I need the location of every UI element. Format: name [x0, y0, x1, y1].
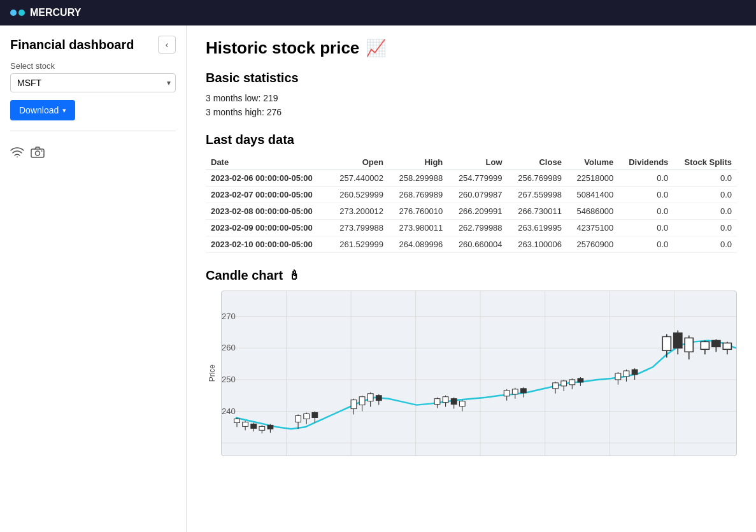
- cell-value: 0.0: [618, 203, 673, 220]
- svg-rect-81: [712, 340, 720, 347]
- cell-date: 2023-02-06 00:00:00-05:00: [206, 170, 329, 187]
- svg-rect-35: [312, 413, 318, 418]
- candle-title-text: Candle chart: [206, 268, 283, 283]
- svg-rect-47: [443, 397, 448, 403]
- svg-rect-25: [251, 424, 257, 428]
- cell-value: 42375100: [567, 220, 618, 236]
- svg-text:260: 260: [222, 344, 236, 352]
- collapse-button[interactable]: ‹: [158, 36, 176, 54]
- select-label: Select stock: [10, 61, 176, 71]
- table-row: 2023-02-09 00:00:00-05:00273.799988273.9…: [206, 220, 737, 236]
- cell-value: 263.619995: [508, 220, 567, 236]
- col-dividends: Dividends: [618, 155, 673, 170]
- cell-value: 0.0: [673, 187, 737, 203]
- svg-rect-69: [624, 371, 629, 377]
- cell-value: 0.0: [618, 220, 673, 236]
- cell-value: 261.529999: [329, 236, 389, 253]
- wifi-icon: [10, 147, 24, 161]
- svg-rect-61: [561, 381, 567, 386]
- svg-rect-49: [451, 399, 457, 405]
- svg-point-3: [41, 150, 43, 152]
- cell-date: 2023-02-09 00:00:00-05:00: [206, 220, 329, 236]
- cell-value: 54686000: [567, 203, 618, 220]
- cell-value: 263.100006: [508, 236, 567, 253]
- dropdown-caret-icon: ▾: [62, 106, 66, 115]
- sidebar-icons: [10, 147, 176, 161]
- col-open: Open: [329, 155, 389, 170]
- cell-value: 267.559998: [508, 187, 567, 203]
- y-axis-label: Price: [206, 291, 218, 456]
- basic-statistics-section: Basic statistics 3 months low: 219 3 mon…: [206, 71, 737, 117]
- svg-rect-41: [367, 394, 373, 401]
- cell-value: 258.299988: [389, 170, 448, 187]
- col-low: Low: [448, 155, 507, 170]
- stock-select[interactable]: MSFT AAPL GOOG AMZN: [10, 73, 176, 92]
- cell-date: 2023-02-07 00:00:00-05:00: [206, 187, 329, 203]
- cell-value: 257.440002: [329, 170, 389, 187]
- svg-rect-75: [674, 333, 682, 348]
- cell-value: 0.0: [673, 203, 737, 220]
- svg-rect-67: [615, 373, 621, 380]
- chevron-left-icon: ‹: [166, 40, 169, 50]
- last-days-section: Last days data Date Open High Low Close …: [206, 133, 737, 253]
- svg-rect-45: [434, 399, 440, 405]
- cell-value: 254.779999: [448, 170, 507, 187]
- cell-value: 260.660004: [448, 236, 507, 253]
- last-days-title: Last days data: [206, 133, 737, 147]
- cell-value: 256.769989: [508, 170, 567, 187]
- sidebar: Financial dashboard ‹ Select stock MSFT …: [0, 25, 187, 532]
- svg-rect-73: [662, 336, 671, 350]
- main-layout: Financial dashboard ‹ Select stock MSFT …: [0, 25, 756, 532]
- svg-rect-31: [296, 415, 301, 422]
- cell-date: 2023-02-10 00:00:00-05:00: [206, 236, 329, 253]
- svg-rect-43: [376, 396, 382, 401]
- cell-value: 0.0: [618, 187, 673, 203]
- cell-value: 266.209991: [448, 203, 507, 220]
- chart-icon: 📈: [366, 38, 386, 58]
- table-row: 2023-02-10 00:00:00-05:00261.529999264.0…: [206, 236, 737, 253]
- content: Historic stock price 📈 Basic statistics …: [187, 25, 756, 532]
- table-row: 2023-02-07 00:00:00-05:00260.529999268.7…: [206, 187, 737, 203]
- cell-value: 273.200012: [329, 203, 389, 220]
- page-title: Historic stock price 📈: [206, 38, 737, 58]
- stock-data-table: Date Open High Low Close Volume Dividend…: [206, 155, 737, 253]
- candle-chart-section: Candle chart 🕯 Price: [206, 268, 737, 456]
- cell-value: 260.079987: [448, 187, 507, 203]
- brand: MERCURY: [10, 7, 81, 18]
- brand-name: MERCURY: [30, 7, 81, 18]
- table-row: 2023-02-06 00:00:00-05:00257.440002258.2…: [206, 170, 737, 187]
- svg-rect-79: [701, 341, 709, 349]
- cell-value: 276.760010: [389, 203, 448, 220]
- svg-rect-71: [632, 370, 638, 375]
- brand-icon: [10, 10, 25, 16]
- svg-text:250: 250: [222, 375, 236, 384]
- table-row: 2023-02-08 00:00:00-05:00273.200012276.7…: [206, 203, 737, 220]
- three-month-high: 3 months high: 276: [206, 107, 737, 117]
- svg-point-0: [17, 157, 18, 158]
- svg-rect-77: [685, 338, 693, 352]
- navbar: MERCURY: [0, 0, 756, 25]
- svg-rect-37: [351, 400, 357, 409]
- page-title-text: Historic stock price: [206, 38, 359, 58]
- svg-rect-57: [521, 389, 527, 393]
- col-volume: Volume: [567, 155, 618, 170]
- cell-date: 2023-02-08 00:00:00-05:00: [206, 203, 329, 220]
- svg-rect-33: [304, 414, 310, 419]
- cell-value: 0.0: [618, 236, 673, 253]
- svg-rect-39: [359, 397, 365, 405]
- download-button[interactable]: Download ▾: [10, 100, 75, 120]
- cell-value: 273.980011: [389, 220, 448, 236]
- col-high: High: [389, 155, 448, 170]
- cell-value: 260.529999: [329, 187, 389, 203]
- stock-select-wrapper: MSFT AAPL GOOG AMZN ▾: [10, 73, 176, 92]
- svg-rect-59: [553, 383, 559, 389]
- svg-rect-55: [512, 389, 518, 394]
- table-body: 2023-02-06 00:00:00-05:00257.440002258.2…: [206, 170, 737, 253]
- cell-value: 0.0: [673, 170, 737, 187]
- cell-value: 25760900: [567, 236, 618, 253]
- camera-icon: [31, 147, 45, 161]
- svg-rect-21: [234, 419, 240, 422]
- basic-stats-title: Basic statistics: [206, 71, 737, 85]
- svg-rect-53: [504, 391, 510, 396]
- sidebar-divider: [10, 131, 176, 131]
